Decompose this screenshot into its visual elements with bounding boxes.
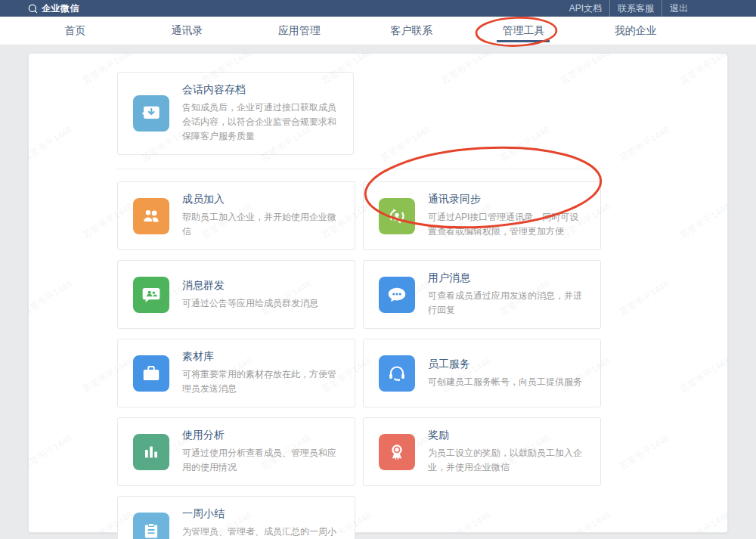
tool-description: 可将重要常用的素材存放在此，方便管理员发送消息: [182, 367, 341, 396]
api-docs-link[interactable]: API文档: [562, 0, 609, 17]
tool-title: 消息群发: [182, 279, 341, 293]
bar-chart-icon: [133, 434, 169, 470]
tool-card-user-messages[interactable]: 用户消息 可查看成员通过应用发送的消息，并进行回复: [363, 260, 601, 329]
tool-title: 奖励: [428, 429, 587, 442]
tool-description: 可查看成员通过应用发送的消息，并进行回复: [428, 289, 587, 318]
nav-tab-my-company[interactable]: 我的企业: [580, 17, 692, 45]
tool-title: 通讯录同步: [428, 193, 587, 206]
nav-tab-customer-contact[interactable]: 客户联系: [355, 17, 467, 45]
tool-description: 可创建员工服务帐号，向员工提供服务: [428, 375, 587, 389]
section-divider: [117, 169, 601, 169]
tool-card-weekly-summary[interactable]: 一周小结 为管理员、管理者、成员汇总的一周小结，总结使用企业微信的情况: [117, 496, 355, 539]
contact-support-link[interactable]: 联系客服: [609, 0, 662, 17]
broadcast-icon: [133, 277, 169, 313]
tool-card-member-join[interactable]: 成员加入 帮助员工加入企业，并开始使用企业微信: [117, 181, 355, 250]
tool-card-rewards[interactable]: 奖励 为员工设立的奖励，以鼓励员工加入企业，并使用企业微信: [363, 417, 601, 486]
logout-link[interactable]: 退出: [662, 0, 696, 17]
nav-tab-contacts[interactable]: 通讯录: [131, 17, 243, 45]
tool-card-message-broadcast[interactable]: 消息群发 可通过公告等应用给成员群发消息: [117, 260, 355, 329]
tool-title: 用户消息: [428, 271, 587, 285]
chat-bubble-logo-icon: [27, 3, 39, 14]
tool-description: 可通过API接口管理通讯录，同时可设置查看或编辑权限，管理更加方便: [428, 210, 587, 239]
briefcase-icon: [133, 355, 169, 392]
tool-card-employee-service[interactable]: 员工服务 可创建员工服务帐号，向员工提供服务: [363, 339, 601, 407]
medal-icon: [379, 434, 415, 470]
main-nav: 首页 通讯录 应用管理 客户联系 管理工具 我的企业: [0, 17, 756, 45]
wechat-work-logo[interactable]: 企业微信: [27, 2, 79, 15]
tool-title: 使用分析: [182, 429, 341, 442]
nav-tab-app-management[interactable]: 应用管理: [243, 17, 355, 45]
tool-card-session-archive[interactable]: 会话内容存档 告知成员后，企业可通过接口获取成员会话内容，以符合企业监管合规要求…: [117, 72, 354, 155]
nav-tab-admin-tools[interactable]: 管理工具: [467, 17, 579, 45]
user-message-icon: [379, 277, 415, 313]
tool-title: 员工服务: [428, 358, 587, 371]
tool-description: 帮助员工加入企业，并开始使用企业微信: [182, 210, 341, 239]
tool-description: 为管理员、管理者、成员汇总的一周小结，总结使用企业微信的情况: [182, 525, 341, 539]
tool-description: 为员工设立的奖励，以鼓励员工加入企业，并使用企业微信: [428, 446, 587, 475]
members-icon: [133, 198, 169, 234]
tool-description: 告知成员后，企业可通过接口获取成员会话内容，以符合企业监管合规要求和保障客户服务…: [182, 101, 339, 144]
tool-title: 会话内容存档: [182, 83, 339, 97]
topbar-links: API文档 联系客服 退出: [562, 0, 696, 17]
tools-content: 会话内容存档 告知成员后，企业可通过接口获取成员会话内容，以符合企业监管合规要求…: [117, 72, 603, 539]
clipboard-icon: [133, 513, 169, 539]
tool-description: 可通过公告等应用给成员群发消息: [182, 296, 341, 311]
tool-title: 成员加入: [182, 193, 341, 206]
contacts-sync-icon: [379, 198, 415, 234]
tool-description: 可通过使用分析查看成员、管理员和应用的使用情况: [182, 446, 341, 475]
logo-text: 企业微信: [42, 2, 79, 15]
tool-title: 素材库: [182, 350, 341, 364]
nav-tab-home[interactable]: 首页: [19, 17, 131, 45]
headset-icon: [379, 355, 415, 392]
top-bar: 企业微信 API文档 联系客服 退出: [0, 0, 756, 17]
tools-grid: 成员加入 帮助员工加入企业，并开始使用企业微信 通讯录同步 可通过API接口管理…: [117, 181, 603, 539]
chat-archive-icon: [133, 95, 169, 132]
tool-card-contacts-sync[interactable]: 通讯录同步 可通过API接口管理通讯录，同时可设置查看或编辑权限，管理更加方便: [363, 181, 601, 250]
tool-card-usage-analytics[interactable]: 使用分析 可通过使用分析查看成员、管理员和应用的使用情况: [117, 417, 355, 486]
tool-card-material-library[interactable]: 素材库 可将重要常用的素材存放在此，方便管理员发送消息: [117, 339, 355, 407]
tool-title: 一周小结: [182, 507, 341, 521]
